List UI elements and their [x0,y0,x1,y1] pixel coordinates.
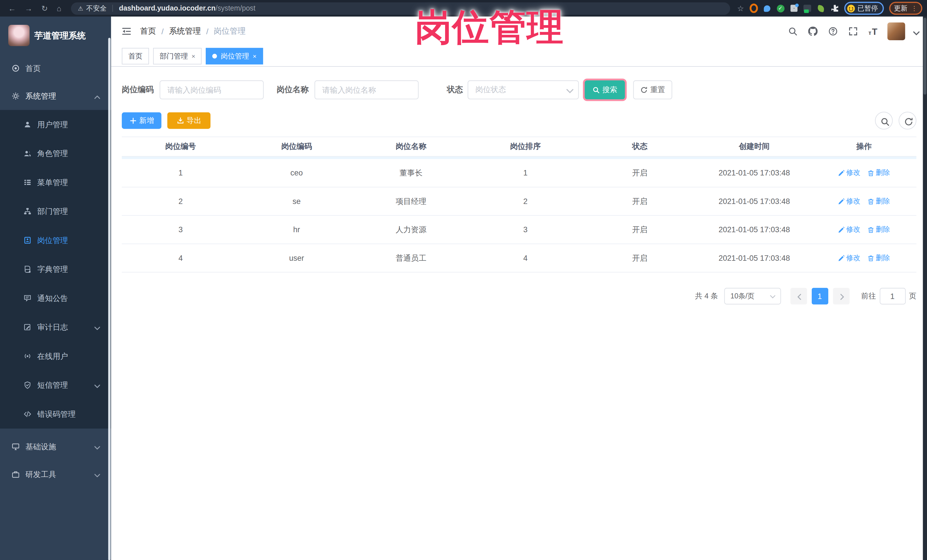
post-name-input[interactable] [315,80,419,99]
sidebar-item-users[interactable]: 用户管理 [0,110,111,139]
sidebar-item-system[interactable]: 系统管理 [0,82,111,110]
paused-label: 已暂停 [858,4,878,12]
breadcrumb-home[interactable]: 首页 [140,26,156,36]
system-submenu: 用户管理 角色管理 菜单管理 [0,110,111,428]
address-bar[interactable]: ⚠ 不安全 dashboard.yudao.iocoder.cn /system… [71,2,730,15]
github-icon[interactable] [808,26,818,36]
sidebar-item-label: 研发工具 [25,469,56,480]
pagination: 共 4 条 10条/页 1 [122,288,916,304]
extension-grid-icon[interactable] [789,4,798,12]
sidebar-item-infrastructure[interactable]: 基础设施 [0,433,111,460]
sidebar-item-menus[interactable]: 菜单管理 [0,168,111,197]
update-button[interactable]: 更新 ⋮ [889,2,922,15]
edit-link[interactable]: 修改 [838,196,860,206]
sidebar-item-online-users[interactable]: 在线用户 [0,342,111,371]
font-size-icon[interactable]: тT [869,27,877,36]
sidebar-scrollbar[interactable] [108,38,110,560]
trash-icon [867,255,874,261]
app-logo-row[interactable]: 芋道管理系统 [0,17,111,55]
chevron-down-icon [93,382,99,388]
help-icon[interactable] [828,26,838,36]
bookmark-star-icon[interactable]: ☆ [737,4,744,12]
sidebar-item-label: 基础设施 [25,441,56,452]
extension-check-icon[interactable]: ✓ [777,5,784,12]
sidebar-item-dictionary[interactable]: 字典管理 [0,255,111,284]
extension-badge-icon[interactable] [803,4,812,12]
page-size-select[interactable]: 10条/页 [724,288,781,304]
table-row[interactable]: 2 se 项目经理 2 开启 2021-01-05 17:03:48 修改 删除 [122,187,916,216]
sidebar-item-home[interactable]: 首页 [0,55,111,82]
gear-icon [12,92,20,100]
export-button[interactable]: 导出 [167,112,210,129]
edit-link[interactable]: 修改 [838,168,860,178]
window-scrollbar[interactable] [923,17,927,560]
home-icon[interactable]: ⌂ [57,4,61,12]
fullscreen-icon[interactable] [848,26,858,36]
security-label[interactable]: 不安全 [86,4,106,12]
search-icon[interactable] [788,26,798,36]
omnibox-divider [112,5,113,12]
reload-icon[interactable]: ↻ [41,4,48,12]
delete-link[interactable]: 删除 [867,225,890,235]
col-header-post-code: 岗位编码 [239,141,354,152]
table-row[interactable]: 4 user 普通员工 4 开启 2021-01-05 17:03:48 修改 … [122,244,916,272]
status-select[interactable]: 岗位状态 [468,80,579,99]
next-page-button[interactable] [833,288,849,304]
sidebar-item-audit-log[interactable]: 审计日志 [0,313,111,342]
edit-link[interactable]: 修改 [838,253,860,263]
plus-icon [129,117,137,124]
post-code-input[interactable] [160,80,264,99]
status-label: 状态 [447,85,463,95]
extensions-puzzle-icon[interactable] [830,4,839,12]
reset-button[interactable]: 重置 [633,80,672,99]
sidebar-item-label: 部门管理 [37,206,68,217]
goto-page-input[interactable] [879,288,905,304]
edit-link[interactable]: 修改 [838,225,860,235]
col-header-status: 状态 [583,141,697,152]
prev-page-button[interactable] [790,288,807,304]
extension-orange-icon[interactable] [749,4,758,12]
sidebar-item-sms[interactable]: 短信管理 [0,370,111,400]
extension-pin-icon[interactable] [763,4,771,12]
delete-link[interactable]: 删除 [867,168,890,178]
avatar-caret-icon[interactable] [912,28,918,34]
tab-departments[interactable]: 部门管理 × [153,48,202,64]
page-content: 岗位编码 岗位名称 状态 岗位状态 搜 [111,67,927,560]
chevron-down-icon [565,87,572,94]
sidebar-item-notices[interactable]: 通知公告 [0,284,111,313]
sidebar-item-roles[interactable]: 角色管理 [0,139,111,168]
user-avatar[interactable] [887,23,905,40]
close-icon[interactable]: × [253,53,257,60]
extension-leaf-icon[interactable] [817,4,825,12]
paused-pill[interactable]: 已暂停 [844,2,884,15]
delete-link[interactable]: 删除 [867,196,890,206]
back-icon[interactable]: ← [8,4,16,12]
sidebar-item-departments[interactable]: 部门管理 [0,197,111,226]
breadcrumb-system[interactable]: 系统管理 [169,26,201,36]
sidebar-fold-icon[interactable] [122,26,132,36]
forward-icon[interactable]: → [25,4,32,12]
menu-dots-icon[interactable]: ⋮ [911,5,918,12]
table-row[interactable]: 1 ceo 董事长 1 开启 2021-01-05 17:03:48 修改 删除 [122,159,916,187]
sidebar-item-error-codes[interactable]: 错误码管理 [0,400,111,429]
breadcrumb-separator: / [206,27,208,36]
tab-home[interactable]: 首页 [122,48,149,64]
sidebar-item-label: 在线用户 [37,351,68,361]
tab-posts[interactable]: 岗位管理 × [206,48,263,64]
close-icon[interactable]: × [191,53,195,60]
add-button[interactable]: 新增 [122,112,161,129]
refresh-table-button[interactable] [899,112,916,129]
sidebar-item-dev-tools[interactable]: 研发工具 [0,460,111,488]
sidebar-item-label: 审计日志 [37,322,68,332]
page-number-button[interactable]: 1 [812,288,828,304]
delete-link[interactable]: 删除 [867,253,890,263]
sidebar-item-posts[interactable]: 岗位管理 [0,226,111,255]
toggle-search-button[interactable] [875,112,893,129]
search-button[interactable]: 搜索 [585,80,625,99]
table-row[interactable]: 3 hr 人力资源 3 开启 2021-01-05 17:03:48 修改 删除 [122,216,916,244]
users-icon [24,149,32,158]
paused-emoji-icon [847,5,854,12]
breadcrumb-separator: / [161,27,164,36]
edit-icon [838,255,845,261]
sidebar-item-label: 用户管理 [37,119,68,130]
